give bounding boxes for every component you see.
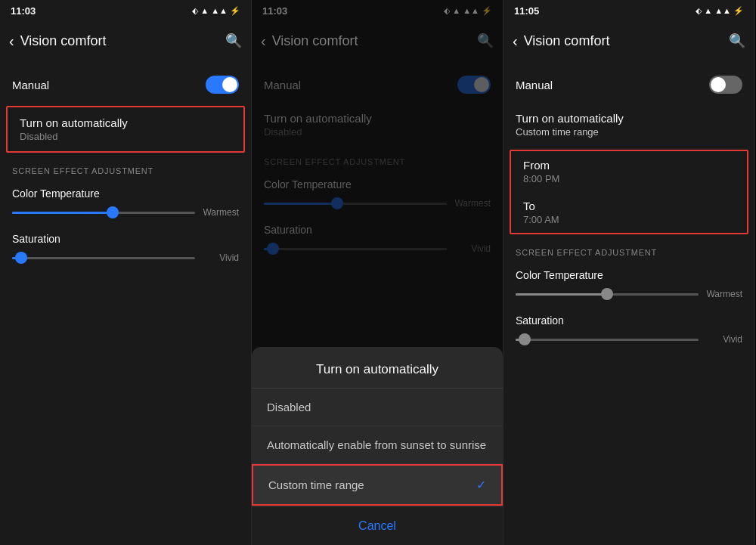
manual-label-3: Manual [516,79,553,91]
toggle-knob-1 [222,77,237,92]
manual-row-1: Manual [0,67,251,103]
status-bar-1: 11:03 ⬖ ▲ ▲▲ ⚡ [0,0,251,21]
color-temp-label-3: Color Temperature [516,269,742,281]
turn-on-auto-value-1: Disabled [20,131,231,142]
color-temp-slider-row-1: Color Temperature Warmest [0,180,251,225]
turn-on-auto-title-1: Turn on automatically [20,116,231,129]
from-label: From [523,159,735,172]
color-temp-label-1: Color Temperature [12,187,239,200]
content-1: Manual Turn on automatically Disabled SC… [0,60,251,545]
color-temp-slider-row-3: Color Temperature Warmest [503,262,754,307]
page-title-1: Vision comfort [20,33,219,49]
sheet-cancel-button[interactable]: Cancel [252,507,503,545]
sheet-option-disabled-label: Disabled [267,401,311,413]
panel-2: 11:03 ⬖ ▲ ▲▲ ⚡ ‹ Vision comfort 🔍 Manual… [252,0,503,545]
saturation-container-1: Vivid [12,252,239,263]
saturation-slider-row-3: Saturation Vivid [503,307,754,352]
page-title-3: Vision comfort [524,33,723,49]
to-row[interactable]: To 7:00 AM [511,192,747,233]
color-temp-end-1: Warmest [201,207,239,218]
to-label: To [523,200,735,212]
color-temp-end-3: Warmest [705,289,742,299]
saturation-label-3: Saturation [516,314,742,327]
turn-on-auto-highlight-1: Turn on automatically Disabled [6,106,245,153]
saturation-track-3[interactable] [516,339,699,341]
turn-on-auto-row-3[interactable]: Turn on automatically Custom time range [503,103,754,147]
manual-toggle-1[interactable] [206,76,239,94]
from-row[interactable]: From 8:00 PM [511,151,747,192]
status-icons-1: ⬖ ▲ ▲▲ ⚡ [192,6,240,16]
turn-on-auto-title-3: Turn on automatically [516,112,742,125]
saturation-thumb-1 [15,252,27,264]
status-icons-3: ⬖ ▲ ▲▲ ⚡ [696,6,744,16]
sheet-option-sunset-label: Automatically enable from sunset to sunr… [267,438,486,451]
manual-row-3: Manual [503,67,754,103]
saturation-track-1[interactable] [12,257,195,259]
saturation-label-1: Saturation [12,233,239,245]
saturation-container-3: Vivid [516,334,742,345]
sheet-title: Turn on automatically [252,347,503,389]
sheet-option-custom-label: Custom time range [268,478,364,491]
color-temp-fill-1 [12,212,113,214]
panel-1: 11:03 ⬖ ▲ ▲▲ ⚡ ‹ Vision comfort 🔍 Manual… [0,0,252,545]
color-temp-thumb-3 [601,288,613,300]
status-time-3: 11:05 [514,5,539,17]
sheet-option-sunset[interactable]: Automatically enable from sunset to sunr… [252,426,503,464]
saturation-end-3: Vivid [705,334,742,345]
top-bar-3: ‹ Vision comfort 🔍 [503,21,754,60]
from-time: 8:00 PM [523,173,735,184]
saturation-end-1: Vivid [201,252,239,263]
to-time: 7:00 AM [523,214,735,225]
section-header-1: SCREEN EFFECT ADJUSTMENT [0,156,251,180]
toggle-knob-3 [711,77,726,92]
signal-icon-1: ⬖ ▲ ▲▲ ⚡ [192,6,240,16]
color-temp-container-1: Warmest [12,207,239,218]
search-icon-1[interactable]: 🔍 [225,33,242,49]
manual-label-1: Manual [12,79,49,91]
color-temp-thumb-1 [107,206,119,218]
sheet-option-custom[interactable]: Custom time range ✓ [252,464,503,506]
bottom-sheet: Turn on automatically Disabled Automatic… [252,347,503,545]
color-temp-track-3[interactable] [516,293,699,296]
manual-toggle-3[interactable] [709,76,742,94]
saturation-thumb-3 [519,333,531,345]
content-3: Manual Turn on automatically Custom time… [503,60,754,545]
color-temp-fill-3 [516,293,607,296]
color-temp-container-3: Warmest [516,289,742,299]
status-bar-3: 11:05 ⬖ ▲ ▲▲ ⚡ [503,0,754,21]
turn-on-auto-value-3: Custom time range [516,126,742,138]
turn-on-auto-row-1[interactable]: Turn on automatically Disabled [8,107,243,151]
back-button-3[interactable]: ‹ [513,33,518,50]
top-bar-1: ‹ Vision comfort 🔍 [0,21,251,60]
saturation-slider-row-1: Saturation Vivid [0,225,251,271]
signal-icon-3: ⬖ ▲ ▲▲ ⚡ [696,6,744,16]
status-time-1: 11:03 [11,5,36,17]
sheet-option-disabled[interactable]: Disabled [252,389,503,426]
back-button-1[interactable]: ‹ [9,33,14,50]
panel-3: 11:05 ⬖ ▲ ▲▲ ⚡ ‹ Vision comfort 🔍 Manual… [503,0,755,545]
from-to-highlight: From 8:00 PM To 7:00 AM [510,150,748,234]
color-temp-track-1[interactable] [12,212,195,214]
checkmark-icon: ✓ [476,478,486,492]
sheet-overlay: Turn on automatically Disabled Automatic… [252,0,503,545]
section-header-3: SCREEN EFFECT ADJUSTMENT [503,237,754,262]
search-icon-3[interactable]: 🔍 [729,33,745,49]
